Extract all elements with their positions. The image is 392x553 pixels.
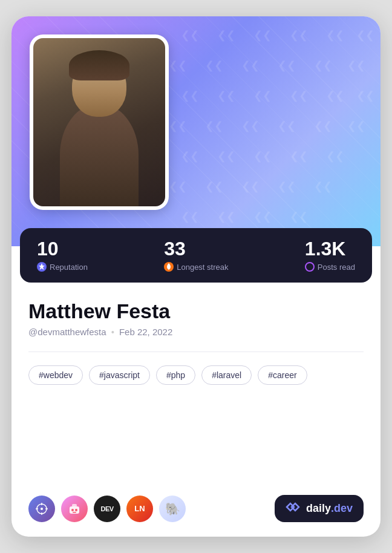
brand-dotdev: .dev — [331, 502, 353, 515]
profile-name: Matthew Festa — [28, 299, 364, 323]
streak-value: 33 — [164, 239, 228, 258]
tag-javascript[interactable]: #javascript — [89, 365, 150, 385]
profile-card: ❮❮ ❮❮ ❮❮ ❮❮ ❮❮ ❮❮ ❮❮ ❮❮ ❮❮ ❮❮ ❮❮ ❮❮ ❮❮ ❮… — [11, 16, 381, 537]
svg-rect-10 — [73, 512, 76, 513]
stats-bar: 10 Reputation 33 Longest streak — [20, 228, 372, 283]
divider — [28, 352, 364, 352]
tag-career[interactable]: #career — [258, 365, 307, 385]
hero-section: ❮❮ ❮❮ ❮❮ ❮❮ ❮❮ ❮❮ ❮❮ ❮❮ ❮❮ ❮❮ ❮❮ ❮❮ ❮❮ ❮… — [11, 16, 381, 246]
profile-meta: @devmatthewfesta • Feb 22, 2022 — [28, 327, 364, 337]
footer: DEV LN 🐘 daily.dev — [11, 495, 381, 537]
badges-list: DEV LN 🐘 — [28, 496, 186, 522]
posts-icon — [305, 262, 315, 272]
stat-reputation: 10 Reputation — [37, 239, 88, 272]
meta-separator: • — [111, 327, 114, 337]
svg-point-5 — [41, 508, 43, 510]
streak-label: Longest streak — [177, 263, 228, 272]
avatar — [33, 38, 165, 206]
avatar-wrapper — [30, 34, 169, 210]
crosshair-badge — [28, 496, 55, 522]
tag-webdev[interactable]: #webdev — [28, 365, 83, 385]
stat-streak: 33 Longest streak — [164, 239, 228, 272]
tags-list: #webdev #javascript #php #laravel #caree… — [28, 365, 364, 385]
brand-daily: daily — [306, 502, 331, 515]
profile-content: Matthew Festa @devmatthewfesta • Feb 22,… — [11, 283, 381, 495]
posts-label: Posts read — [318, 263, 355, 272]
elephant-badge: 🐘 — [159, 496, 186, 522]
brand-logo: daily.dev — [275, 495, 364, 522]
daily-dev-icon — [286, 501, 301, 516]
tag-php[interactable]: #php — [156, 365, 195, 385]
svg-rect-7 — [72, 504, 77, 507]
posts-value: 1.3K — [305, 239, 355, 258]
brand-logo-text: daily.dev — [306, 502, 353, 515]
profile-join-date: Feb 22, 2022 — [119, 327, 172, 337]
stat-posts: 1.3K Posts read — [305, 239, 355, 272]
reputation-icon — [37, 262, 47, 272]
svg-point-8 — [71, 509, 74, 511]
tag-laravel[interactable]: #laravel — [201, 365, 252, 385]
streak-icon — [164, 262, 174, 272]
reputation-label: Reputation — [50, 263, 88, 272]
ln-badge: LN — [126, 496, 153, 522]
svg-point-9 — [75, 509, 77, 511]
dev-badge: DEV — [94, 496, 120, 522]
reputation-value: 10 — [37, 239, 88, 258]
robot-badge — [61, 496, 88, 522]
profile-handle: @devmatthewfesta — [28, 327, 106, 337]
